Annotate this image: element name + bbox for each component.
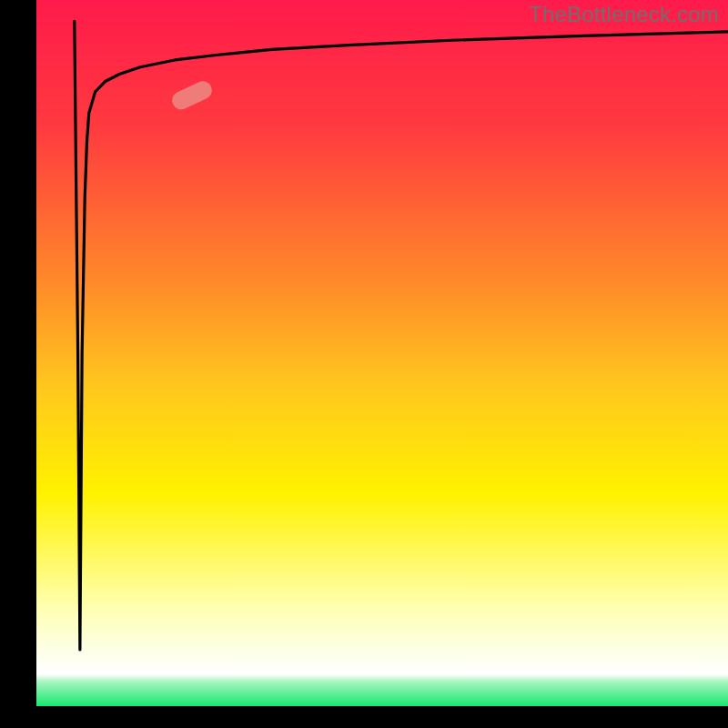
- chart-stage: TheBottleneck.com: [0, 0, 728, 728]
- frame-bottom-bar: [0, 706, 728, 728]
- chart-svg: [0, 0, 728, 728]
- frame-left-bar: [0, 0, 36, 728]
- watermark-text: TheBottleneck.com: [529, 2, 719, 27]
- plot-gradient-area: [36, 0, 728, 706]
